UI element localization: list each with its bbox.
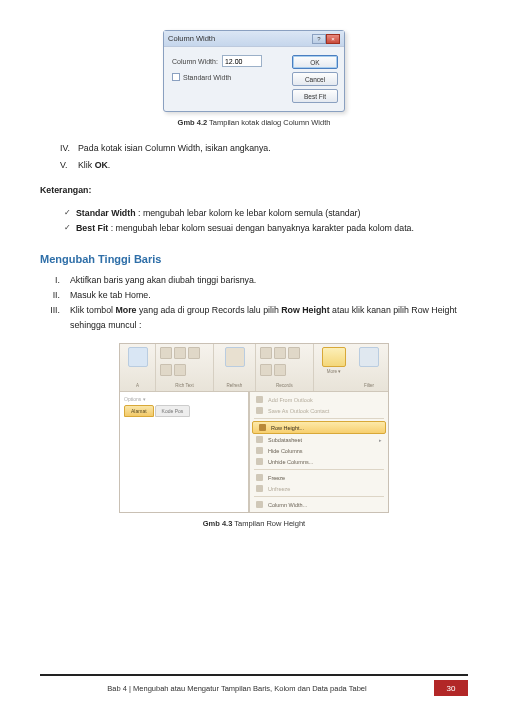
column-width-label: Column Width:	[172, 58, 218, 65]
dialog-title: Column Width	[168, 34, 312, 43]
menu-column-width[interactable]: Column Width...	[250, 499, 388, 510]
close-icon[interactable]: ×	[326, 34, 340, 44]
standard-width-checkbox[interactable]	[172, 73, 180, 81]
standard-width-label: Standard Width	[183, 74, 231, 81]
note-standar-width: Standar Width : mengubah lebar kolom ke …	[64, 206, 468, 221]
caption-4-2: Gmb 4.2 Tampilan kotak dialog Column Wid…	[40, 118, 468, 127]
cancel-button[interactable]: Cancel	[292, 72, 338, 86]
refresh-icon[interactable]	[225, 347, 245, 367]
ok-button[interactable]: OK	[292, 55, 338, 69]
bestfit-button[interactable]: Best Fit	[292, 89, 338, 103]
menu-subdatasheet[interactable]: Subdatasheet▸	[250, 434, 388, 445]
caption-4-3: Gmb 4.3 Tampilan Row Height	[40, 519, 468, 528]
menu-unfreeze: Unfreeze	[250, 483, 388, 494]
page-footer: Bab 4 | Mengubah atau Mengatur Tampilan …	[40, 674, 468, 696]
paste-icon[interactable]	[128, 347, 148, 367]
dialog-column-width: Column Width ? × Column Width: Standard …	[163, 30, 345, 112]
help-icon[interactable]: ?	[312, 34, 326, 44]
menu-save-outlook: Save As Outlook Contact	[250, 405, 388, 416]
note-best-fit: Best Fit : mengubah lebar kolom sesuai d…	[64, 221, 468, 236]
tab-kodepos[interactable]: Kode Pos	[155, 405, 191, 417]
menu-row-height[interactable]: Row Height...	[252, 421, 386, 434]
filter-icon[interactable]	[359, 347, 379, 367]
menu-freeze[interactable]: Freeze	[250, 472, 388, 483]
more-menu: Add From Outlook Save As Outlook Contact…	[249, 392, 388, 512]
more-button[interactable]	[322, 347, 346, 367]
step-iv: IV.Pada kotak isian Column Width, isikan…	[60, 141, 468, 156]
roman-i: I.Aktifkan baris yang akan diubah tinggi…	[44, 273, 468, 288]
menu-hide-columns[interactable]: Hide Columns	[250, 445, 388, 456]
page-number: 30	[434, 680, 468, 696]
tab-alamat[interactable]: Alamat	[124, 405, 154, 417]
dialog-titlebar: Column Width ? ×	[164, 31, 344, 47]
figure-row-height-ribbon: A Rich Text Refresh Records More ▾	[40, 343, 468, 513]
heading-mengubah-tinggi-baris: Mengubah Tinggi Baris	[40, 250, 468, 269]
menu-unhide-columns[interactable]: Unhide Columns...	[250, 456, 388, 467]
keterangan-heading: Keterangan:	[40, 183, 468, 198]
figure-column-width-dialog: Column Width ? × Column Width: Standard …	[40, 30, 468, 112]
footer-text: Bab 4 | Mengubah atau Mengatur Tampilan …	[40, 684, 434, 693]
menu-add-outlook: Add From Outlook	[250, 394, 388, 405]
group-richtext: Rich Text	[160, 383, 209, 388]
step-v: V.Klik OK.	[60, 158, 468, 173]
group-records: Records	[260, 383, 309, 388]
roman-ii: II.Masuk ke tab Home.	[44, 288, 468, 303]
column-width-input[interactable]	[222, 55, 262, 67]
roman-iii: III.Klik tombol More yang ada di group R…	[44, 303, 468, 333]
